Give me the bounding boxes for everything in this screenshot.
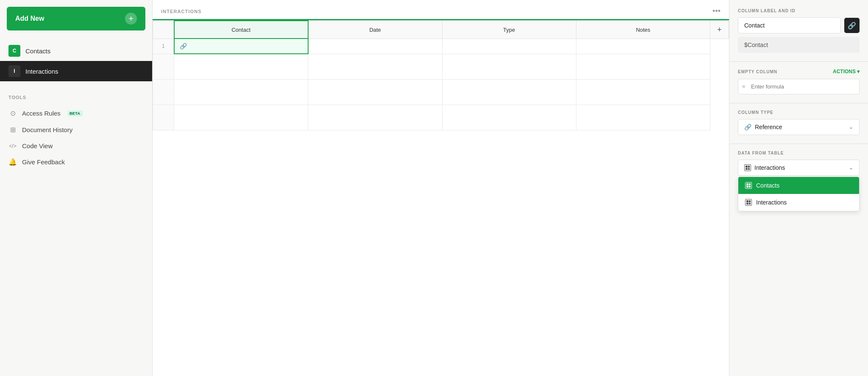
data-from-table-value: Interactions bbox=[754, 164, 785, 171]
col-header-date[interactable]: Date bbox=[308, 21, 442, 39]
col-id-input[interactable] bbox=[738, 37, 860, 53]
empty-date-3[interactable] bbox=[308, 105, 442, 130]
plus-circle-icon: + bbox=[125, 13, 137, 25]
sidebar-item-interactions-label: Interactions bbox=[25, 68, 58, 75]
access-rules-icon: ⊙ bbox=[8, 109, 17, 117]
link-icon: 🔗 bbox=[180, 43, 187, 50]
empty-type-2[interactable] bbox=[442, 79, 576, 105]
link-button-icon: 🔗 bbox=[848, 22, 856, 30]
document-history-icon: ⊞ bbox=[8, 126, 17, 134]
tool-give-feedback[interactable]: 🔔 Give Feedback bbox=[8, 154, 144, 170]
add-new-button[interactable]: Add New + bbox=[7, 7, 145, 30]
data-from-table-content: Interactions bbox=[744, 164, 785, 171]
dropdown-contacts-label: Contacts bbox=[756, 182, 779, 189]
data-from-table-label: DATA FROM TABLE bbox=[738, 151, 860, 155]
empty-col-label: EMPTY COLUMN bbox=[738, 69, 777, 74]
formula-input[interactable] bbox=[738, 79, 860, 94]
main-content: INTERACTIONS ••• Contact Date Type Notes… bbox=[153, 0, 729, 376]
col-header-type[interactable]: Type bbox=[442, 21, 576, 39]
table-header-bar: INTERACTIONS ••• bbox=[153, 0, 729, 19]
tools-section: TOOLS ⊙ Access Rules BETA ⊞ Document His… bbox=[0, 95, 152, 170]
tool-code-view[interactable]: </> Code View bbox=[8, 138, 144, 154]
col-type-label: COLUMN TYPE bbox=[738, 110, 860, 115]
data-from-table-section: DATA FROM TABLE Interactions ⌄ Contacts bbox=[729, 151, 868, 184]
tool-access-rules[interactable]: ⊙ Access Rules BETA bbox=[8, 105, 144, 122]
sidebar: Add New + C Contacts I Interactions TOOL… bbox=[0, 0, 153, 376]
notes-cell[interactable] bbox=[576, 39, 710, 54]
more-options-icon[interactable]: ••• bbox=[712, 7, 721, 16]
data-from-table-dropdown: Interactions ⌄ Contacts Interactions bbox=[738, 160, 860, 176]
row-number: 1 bbox=[153, 39, 174, 54]
add-new-label: Add New bbox=[15, 15, 44, 22]
data-from-table-select[interactable]: Interactions ⌄ bbox=[738, 160, 860, 176]
col-type-section: COLUMN TYPE 🔗 Reference ⌄ bbox=[729, 110, 868, 144]
empty-row-num bbox=[153, 54, 174, 79]
col-type-icon: 🔗 bbox=[744, 124, 751, 130]
sidebar-item-contacts-label: Contacts bbox=[25, 47, 50, 55]
sidebar-item-interactions[interactable]: I Interactions bbox=[0, 61, 152, 81]
right-panel: COLUMN LABEL AND ID 🔗 EMPTY COLUMN ACTIO… bbox=[729, 0, 868, 376]
empty-row-num-3 bbox=[153, 105, 174, 130]
access-rules-label: Access Rules bbox=[22, 110, 61, 117]
data-from-table-chevron: ⌄ bbox=[849, 165, 853, 171]
contact-cell[interactable]: 🔗 bbox=[174, 39, 308, 54]
col-type-value: Reference bbox=[755, 124, 782, 130]
type-cell[interactable] bbox=[442, 39, 576, 54]
empty-date[interactable] bbox=[308, 54, 442, 79]
empty-contact[interactable] bbox=[174, 54, 308, 79]
col-name-input[interactable] bbox=[738, 17, 841, 33]
give-feedback-label: Give Feedback bbox=[22, 158, 65, 166]
interactions-table-icon bbox=[745, 199, 752, 206]
dropdown-interactions-label: Interactions bbox=[756, 199, 787, 206]
document-history-label: Document History bbox=[22, 126, 72, 133]
col-name-row: 🔗 bbox=[738, 17, 860, 33]
beta-badge: BETA bbox=[67, 111, 83, 116]
interactions-icon: I bbox=[8, 65, 20, 77]
formula-input-wrap: ≡ bbox=[738, 79, 860, 94]
col-header-contact[interactable]: Contact bbox=[174, 21, 308, 39]
give-feedback-icon: 🔔 bbox=[8, 158, 17, 166]
table-icon bbox=[744, 164, 751, 171]
formula-icon: ≡ bbox=[742, 83, 746, 90]
empty-type-3[interactable] bbox=[442, 105, 576, 130]
actions-label: ACTIONS bbox=[833, 69, 856, 75]
dropdown-item-contacts[interactable]: Contacts bbox=[738, 177, 859, 194]
empty-row-3 bbox=[153, 105, 729, 130]
contacts-icon: C bbox=[8, 45, 20, 57]
col-type-chevron: ⌄ bbox=[849, 124, 853, 130]
code-view-label: Code View bbox=[22, 142, 53, 149]
contacts-table-icon bbox=[745, 182, 752, 189]
col-type-select[interactable]: 🔗 Reference ⌄ bbox=[738, 119, 860, 135]
table-dropdown-menu: Contacts Interactions bbox=[738, 177, 860, 211]
empty-col-section: EMPTY COLUMN ACTIONS ▾ ≡ bbox=[729, 69, 868, 103]
tool-document-history[interactable]: ⊞ Document History bbox=[8, 122, 144, 138]
code-view-icon: </> bbox=[8, 143, 17, 149]
col-type-select-content: 🔗 Reference bbox=[744, 124, 782, 130]
empty-notes-3[interactable] bbox=[576, 105, 710, 130]
col-link-button[interactable]: 🔗 bbox=[844, 18, 860, 33]
tools-label: TOOLS bbox=[8, 95, 144, 100]
empty-col-row: EMPTY COLUMN ACTIONS ▾ bbox=[738, 69, 860, 75]
empty-notes[interactable] bbox=[576, 54, 710, 79]
table-title: INTERACTIONS bbox=[161, 9, 202, 14]
col-label-section: COLUMN LABEL AND ID 🔗 bbox=[729, 8, 868, 61]
empty-row-num-2 bbox=[153, 79, 174, 105]
sidebar-item-contacts[interactable]: C Contacts bbox=[0, 41, 152, 61]
actions-chevron: ▾ bbox=[857, 69, 860, 75]
actions-button[interactable]: ACTIONS ▾ bbox=[833, 69, 860, 75]
dropdown-item-interactions[interactable]: Interactions bbox=[738, 194, 859, 211]
spreadsheet: Contact Date Type Notes + 1 🔗 bbox=[153, 19, 729, 376]
empty-row-2 bbox=[153, 79, 729, 105]
row-num-header bbox=[153, 21, 174, 39]
col-label-heading: COLUMN LABEL AND ID bbox=[738, 8, 860, 13]
data-table: Contact Date Type Notes + 1 🔗 bbox=[153, 20, 729, 130]
table-row: 1 🔗 bbox=[153, 39, 729, 54]
empty-date-2[interactable] bbox=[308, 79, 442, 105]
col-header-notes[interactable]: Notes bbox=[576, 21, 710, 39]
add-column-button[interactable]: + bbox=[710, 21, 729, 39]
empty-notes-2[interactable] bbox=[576, 79, 710, 105]
empty-contact-2[interactable] bbox=[174, 79, 308, 105]
empty-type[interactable] bbox=[442, 54, 576, 79]
date-cell[interactable] bbox=[308, 39, 442, 54]
empty-contact-3[interactable] bbox=[174, 105, 308, 130]
